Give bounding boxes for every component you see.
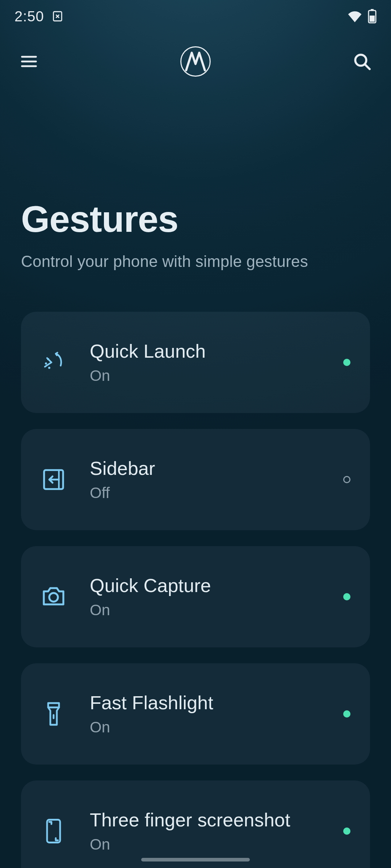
gesture-item-status: Off xyxy=(90,484,343,502)
sidebar-icon xyxy=(39,465,68,494)
flashlight-icon xyxy=(39,699,68,728)
gesture-item-text: Fast Flashlight On xyxy=(90,692,343,736)
gesture-item-status: On xyxy=(90,367,343,384)
gesture-item-text: Quick Launch On xyxy=(90,340,343,384)
gesture-item-status: On xyxy=(90,836,343,853)
gesture-item-text: Quick Capture On xyxy=(90,575,343,619)
status-indicator-on xyxy=(343,359,350,366)
gesture-item-text: Sidebar Off xyxy=(90,458,343,502)
page-header: Gestures Control your phone with simple … xyxy=(0,90,391,271)
nav-handle[interactable] xyxy=(141,858,250,861)
menu-button[interactable] xyxy=(16,48,42,75)
gesture-item-quick-capture[interactable]: Quick Capture On xyxy=(21,546,370,647)
status-indicator-on xyxy=(343,710,350,718)
wifi-icon xyxy=(347,8,363,24)
page-title: Gestures xyxy=(21,199,370,239)
gesture-item-text: Three finger screenshot On xyxy=(90,809,343,853)
gesture-item-title: Quick Launch xyxy=(90,340,343,362)
status-clock: 2:50 xyxy=(14,8,44,25)
app-bar xyxy=(0,33,391,90)
page-subtitle: Control your phone with simple gestures xyxy=(21,252,370,271)
gesture-item-three-finger-screenshot[interactable]: Three finger screenshot On xyxy=(21,780,370,868)
svg-rect-8 xyxy=(47,820,60,843)
gesture-item-fast-flashlight[interactable]: Fast Flashlight On xyxy=(21,663,370,765)
status-left: 2:50 xyxy=(14,8,64,25)
status-indicator-on xyxy=(343,593,350,600)
status-bar: 2:50 xyxy=(0,0,391,33)
search-button[interactable] xyxy=(349,48,375,75)
search-icon xyxy=(352,51,372,72)
gesture-item-title: Sidebar xyxy=(90,458,343,479)
gesture-item-status: On xyxy=(90,719,343,736)
quick-launch-icon xyxy=(39,348,68,377)
status-indicator-off xyxy=(343,476,350,483)
battery-saver-icon xyxy=(51,10,64,22)
gesture-item-title: Fast Flashlight xyxy=(90,692,343,714)
camera-icon xyxy=(39,582,68,611)
svg-point-7 xyxy=(49,593,58,602)
gesture-list: Quick Launch On Sidebar Off xyxy=(0,312,391,868)
gesture-item-title: Quick Capture xyxy=(90,575,343,596)
status-indicator-on xyxy=(343,827,350,835)
gesture-item-status: On xyxy=(90,601,343,619)
hamburger-icon xyxy=(20,52,38,71)
gesture-item-quick-launch[interactable]: Quick Launch On xyxy=(21,312,370,413)
gesture-item-title: Three finger screenshot xyxy=(90,809,343,831)
motorola-logo xyxy=(180,46,211,77)
svg-rect-3 xyxy=(370,16,375,22)
gesture-item-sidebar[interactable]: Sidebar Off xyxy=(21,429,370,530)
battery-icon xyxy=(368,9,377,24)
phone-screenshot-icon xyxy=(39,817,68,846)
status-right xyxy=(347,8,377,24)
